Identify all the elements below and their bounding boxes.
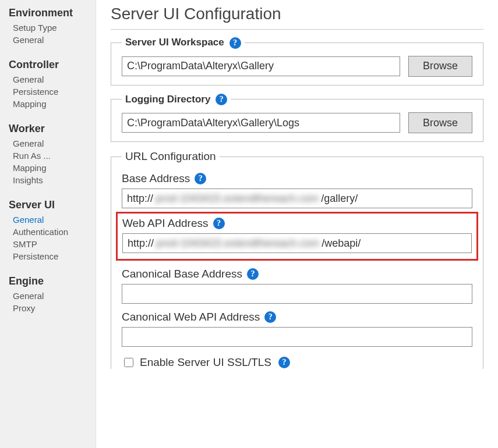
sidebar-item-env-general[interactable]: General	[0, 34, 96, 46]
base-address-label: Base Address ?	[122, 172, 472, 185]
workspace-path-input[interactable]	[122, 56, 400, 76]
workspace-legend: Server UI Workspace ?	[122, 37, 245, 49]
logging-browse-button[interactable]: Browse	[408, 112, 472, 133]
help-icon[interactable]: ?	[247, 268, 259, 280]
sidebar-item-ctrl-persistence[interactable]: Persistence	[0, 86, 96, 98]
sidebar-item-engine-general[interactable]: General	[0, 290, 96, 302]
url-config-fieldset: URL Configuration Base Address ? http://…	[111, 150, 483, 369]
sidebar-group-worker: Worker General Run As ... Mapping Insigh…	[0, 120, 96, 186]
help-icon[interactable]: ?	[213, 218, 225, 229]
ssl-label: Enable Server UI SSL/TLS	[140, 356, 271, 369]
workspace-legend-text: Server UI Workspace	[125, 37, 224, 48]
webapi-address-suffix: /webapi/	[322, 237, 361, 250]
sidebar-group-engine: Engine General Proxy	[0, 273, 96, 314]
base-address-input[interactable]: http:// prod-1043415.extendthereach.com …	[122, 189, 472, 208]
webapi-address-label: Web API Address ?	[122, 217, 472, 230]
logging-legend: Logging Directory ?	[122, 94, 231, 106]
help-icon[interactable]: ?	[229, 37, 241, 49]
base-address-label-text: Base Address	[122, 172, 190, 185]
sidebar-group-environment: Environment Setup Type General	[0, 5, 96, 46]
sidebar-item-worker-insights[interactable]: Insights	[0, 174, 96, 186]
canonical-base-input[interactable]	[122, 284, 472, 304]
workspace-fieldset: Server UI Workspace ? Browse	[111, 37, 483, 86]
sidebar-item-serverui-auth[interactable]: Authentication	[0, 226, 96, 238]
sidebar-item-serverui-persistence[interactable]: Persistence	[0, 250, 96, 262]
help-icon[interactable]: ?	[195, 173, 206, 184]
ssl-checkbox[interactable]	[124, 358, 133, 367]
sidebar-group-title: Worker	[0, 120, 96, 137]
base-address-suffix: /gallery/	[321, 193, 358, 205]
canonical-webapi-label-text: Canonical Web API Address	[122, 311, 260, 323]
sidebar-item-ctrl-mapping[interactable]: Mapping	[0, 98, 96, 110]
canonical-base-label: Canonical Base Address ?	[122, 268, 472, 280]
logging-legend-text: Logging Directory	[125, 94, 210, 105]
logging-path-input[interactable]	[122, 113, 400, 133]
sidebar-item-setup-type[interactable]: Setup Type	[0, 22, 96, 34]
sidebar-item-ctrl-general[interactable]: General	[0, 73, 96, 86]
sidebar: Environment Setup Type General Controlle…	[0, 0, 96, 448]
sidebar-group-controller: Controller General Persistence Mapping	[0, 56, 96, 110]
base-address-hidden: prod-1043415.extendthereach.com	[153, 193, 321, 205]
sidebar-group-title: Environment	[0, 5, 96, 22]
canonical-webapi-input[interactable]	[122, 327, 472, 347]
help-icon[interactable]: ?	[278, 357, 290, 368]
webapi-address-input[interactable]: http:// prod-1043415.extendthereach.com …	[122, 233, 472, 253]
webapi-address-hidden: prod-1043415.extendthereach.com	[154, 237, 322, 250]
ssl-row: Enable Server UI SSL/TLS ?	[122, 356, 472, 369]
sidebar-item-serverui-general[interactable]: General	[0, 214, 96, 226]
webapi-highlight: Web API Address ? http:// prod-1043415.e…	[116, 212, 478, 261]
sidebar-item-engine-proxy[interactable]: Proxy	[0, 302, 96, 314]
base-address-prefix: http://	[127, 193, 153, 205]
webapi-address-label-text: Web API Address	[122, 217, 209, 230]
workspace-browse-button[interactable]: Browse	[408, 56, 472, 77]
sidebar-group-title: Engine	[0, 273, 96, 290]
sidebar-group-serverui: Server UI General Authentication SMTP Pe…	[0, 197, 96, 262]
sidebar-group-title: Controller	[0, 56, 96, 73]
sidebar-item-worker-runas[interactable]: Run As ...	[0, 150, 96, 162]
main-content: Server UI Configuration Server UI Worksp…	[96, 0, 498, 448]
url-config-legend: URL Configuration	[122, 150, 220, 163]
sidebar-item-worker-mapping[interactable]: Mapping	[0, 162, 96, 174]
logging-fieldset: Logging Directory ? Browse	[111, 94, 483, 143]
help-icon[interactable]: ?	[264, 311, 276, 323]
help-icon[interactable]: ?	[216, 94, 227, 105]
sidebar-item-worker-general[interactable]: General	[0, 137, 96, 150]
canonical-webapi-label: Canonical Web API Address ?	[122, 311, 472, 323]
sidebar-item-serverui-smtp[interactable]: SMTP	[0, 238, 96, 250]
canonical-base-label-text: Canonical Base Address	[122, 268, 242, 280]
sidebar-group-title: Server UI	[0, 197, 96, 214]
webapi-address-prefix: http://	[128, 237, 154, 250]
page-title: Server UI Configuration	[111, 5, 483, 30]
